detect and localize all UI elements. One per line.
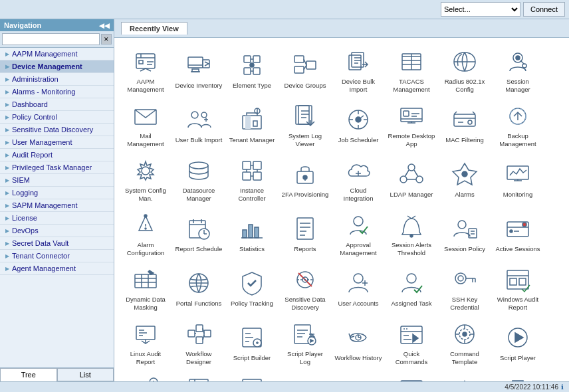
- icon-item-syslog[interactable]: System Log Viewer: [279, 98, 331, 151]
- icon-item-reports[interactable]: Reports: [279, 207, 331, 260]
- icon-item-statistics[interactable]: Statistics: [226, 207, 278, 260]
- icon-item-sensitive-disc[interactable]: Sensitive Data Discovery: [279, 261, 331, 314]
- icon-item-job-sched[interactable]: Job Scheduler: [332, 98, 384, 151]
- icon-item-script-player[interactable]: Script Player: [492, 316, 544, 369]
- icon-item-workflow-designer[interactable]: Workflow Designer: [173, 316, 225, 369]
- icon-item-session-policy[interactable]: Session Policy: [439, 207, 491, 260]
- sidebar-item-secret-data-vault[interactable]: Secret Data Vault: [0, 237, 114, 250]
- icon-item-quick-commands[interactable]: Quick Commands: [386, 316, 437, 369]
- icon-item-user-accounts[interactable]: User Accounts: [332, 261, 384, 314]
- tab-list[interactable]: List: [57, 368, 114, 381]
- sidebar-item-dashboard[interactable]: Dashboard: [0, 98, 114, 111]
- svg-rect-6: [188, 57, 203, 68]
- info-icon[interactable]: ℹ: [561, 383, 564, 391]
- icon-item-element-type[interactable]: Element Type: [226, 43, 278, 96]
- icon-item-sysconfig[interactable]: System Config Man.: [120, 152, 171, 205]
- icon-item-session-log[interactable]: Session Log: [332, 370, 384, 381]
- icon-item-alarms[interactable]: Alarms: [439, 152, 491, 205]
- icon-item-device-bulk[interactable]: Device Bulk Import: [332, 43, 384, 96]
- tab-tree[interactable]: Tree: [0, 368, 57, 381]
- sidebar-collapse-icon[interactable]: ◀◀: [99, 22, 110, 29]
- icon-label-job-sched: Job Scheduler: [338, 136, 379, 144]
- icon-label-device-groups: Device Groups: [284, 82, 326, 89]
- icon-item-workflow-history[interactable]: Workflow History: [332, 316, 384, 369]
- icon-item-cloud-int[interactable]: Cloud Integration: [332, 152, 384, 205]
- icon-item-datasource[interactable]: Datasource Manager: [173, 152, 225, 205]
- icon-item-tacacs[interactable]: TACACS Management: [386, 43, 437, 96]
- icon-item-ssh-key[interactable]: SSH Key Credential: [439, 261, 491, 314]
- icon-item-instance-ctrl[interactable]: Instance Controller: [226, 152, 278, 205]
- icon-item-sapm-mgmt[interactable]: SAPM Management: [492, 370, 544, 381]
- icon-item-active-sessions[interactable]: Active Sessions: [492, 207, 544, 260]
- sidebar-item-agent-management[interactable]: Agent Management: [0, 262, 114, 275]
- sidebar-item-siem[interactable]: SIEM: [0, 174, 114, 187]
- icon-label-reports: Reports: [294, 245, 316, 252]
- connect-button[interactable]: Connect: [523, 2, 565, 17]
- svg-point-133: [522, 223, 526, 227]
- sidebar-item-devops[interactable]: DevOps: [0, 225, 114, 237]
- sidebar-item-license[interactable]: License: [0, 212, 114, 225]
- sidebar-item-policy-control[interactable]: Policy Control: [0, 111, 114, 124]
- bulk-icon: [343, 47, 374, 76]
- icon-item-http-proxy[interactable]: HTTP Proxy Logs: [386, 370, 437, 381]
- icon-label-command-template: Command Template: [441, 350, 489, 365]
- sidebar-item-aapm-management[interactable]: AAPM Management: [0, 48, 114, 60]
- sidebar-item-sapm-management[interactable]: SAPM Management: [0, 199, 114, 212]
- icon-item-remote-desktop[interactable]: Remote Desktop App: [386, 98, 437, 151]
- icon-item-ldap-mgr[interactable]: LDAP Manager: [386, 152, 437, 205]
- icon-item-script-player-log[interactable]: Script Player Log: [279, 316, 331, 369]
- icon-item-alarm-config[interactable]: Alarm Configuration: [120, 207, 171, 260]
- icon-item-assigned-task[interactable]: Assigned Task: [386, 261, 437, 314]
- icon-item-2fa[interactable]: 2FA Provisioning: [279, 152, 331, 205]
- icon-item-windows-audit[interactable]: Windows Audit Report: [492, 261, 544, 314]
- icon-item-session-alerts[interactable]: Session Alerts Threshold: [386, 207, 437, 260]
- icon-item-aapm-mgmt[interactable]: AAPM Management: [120, 43, 171, 96]
- icon-item-user-auth-logs[interactable]: User Auth. Logs: [279, 370, 331, 381]
- recently-view-tab[interactable]: Recently View: [121, 22, 187, 35]
- sidebar-item-alarms---monitoring[interactable]: Alarms - Monitoring: [0, 86, 114, 98]
- svg-point-92: [408, 164, 415, 171]
- icon-item-linux-audit[interactable]: Linux Audit Report: [120, 316, 171, 369]
- icon-item-policy-track[interactable]: Policy Tracking: [226, 261, 278, 314]
- icon-item-mac-filter[interactable]: MAC Filtering: [439, 98, 491, 151]
- sidebar-item-device-management[interactable]: Device Management: [0, 60, 114, 73]
- workflowhistory-icon: [343, 322, 374, 353]
- icon-item-activity-logs[interactable]: Activity Logs: [439, 370, 491, 381]
- icon-label-assigned-task: Assigned Task: [391, 300, 431, 307]
- sidebar-item-user-management[interactable]: User Management: [0, 136, 114, 149]
- sidebar-item-privileged-task-manager[interactable]: Privileged Task Manager: [0, 161, 114, 174]
- icon-item-tenant-mgr[interactable]: Tenant Manager: [226, 98, 278, 151]
- svg-rect-44: [245, 116, 251, 129]
- sidebar-item-logging[interactable]: Logging: [0, 187, 114, 199]
- sidebar-item-audit-report[interactable]: Audit Report: [0, 149, 114, 161]
- icon-item-backup-mgmt[interactable]: Backup Management: [492, 98, 544, 151]
- icon-item-command-template[interactable]: Command Template: [439, 316, 491, 369]
- icon-item-dynamic-data[interactable]: Dynamic Data Masking: [120, 261, 171, 314]
- icon-label-report-sched: Report Schedule: [175, 245, 223, 252]
- icon-label-tacacs: TACACS Management: [388, 78, 435, 93]
- icon-item-siem-config[interactable]: SIEM Configuration: [120, 370, 171, 381]
- icon-item-report-sched[interactable]: Report Schedule: [173, 207, 225, 260]
- sidebar-item-tenant-connector[interactable]: Tenant Connector: [0, 250, 114, 262]
- mail-icon: [130, 101, 161, 131]
- sidebar-item-sensitive-data-discovery[interactable]: Sensitive Data Discovery: [0, 124, 114, 136]
- icon-item-device-inv[interactable]: Device Inventory: [173, 43, 225, 96]
- backup-icon: [503, 101, 533, 131]
- icon-item-tacacs-acct[interactable]: A!Tacacs Account Log: [173, 370, 225, 381]
- search-input[interactable]: [2, 33, 100, 45]
- icon-item-radius-acct[interactable]: Radius Account Log: [226, 370, 278, 381]
- icon-item-device-groups[interactable]: Device Groups: [279, 43, 331, 96]
- clear-search-button[interactable]: ✕: [101, 34, 112, 45]
- aapm-icon: [130, 47, 161, 76]
- icon-item-radius[interactable]: Radius 802.1x Config: [439, 43, 491, 96]
- icon-item-approval-mgmt[interactable]: Approval Management: [332, 207, 384, 260]
- icon-item-mail-mgmt[interactable]: Mail Management: [120, 98, 171, 151]
- icon-item-portal-func[interactable]: Portal Functions: [173, 261, 225, 314]
- sidebar-item-administration[interactable]: Administration: [0, 73, 114, 86]
- icon-item-session-mgr[interactable]: Session Manager: [492, 43, 544, 96]
- icon-item-monitoring[interactable]: Monitoring: [492, 152, 544, 205]
- icon-item-script-builder[interactable]: Script Builder: [226, 316, 278, 369]
- icon-item-user-bulk[interactable]: User Bulk Import: [173, 98, 225, 151]
- icon-label-script-builder: Script Builder: [233, 354, 271, 361]
- server-select[interactable]: Select...: [441, 2, 520, 17]
